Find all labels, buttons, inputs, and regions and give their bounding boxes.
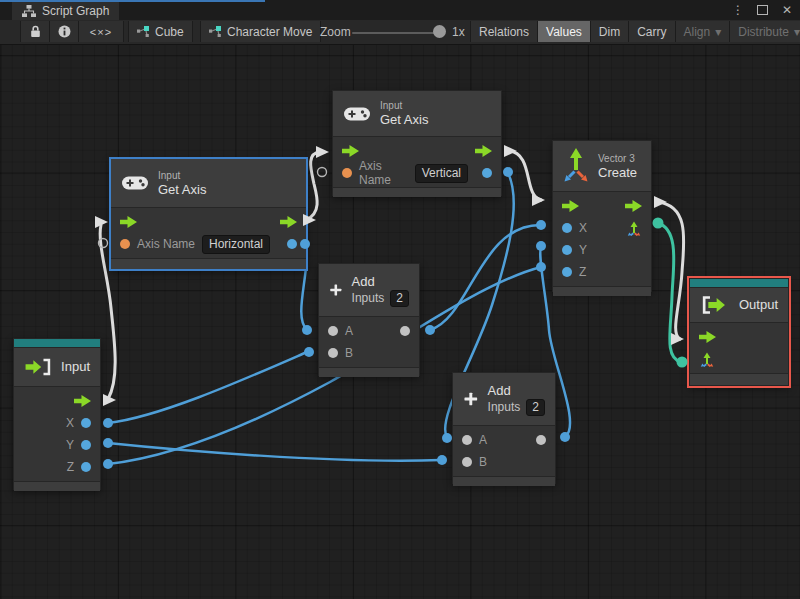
node-footer — [333, 187, 501, 197]
node-title: Add — [488, 383, 545, 399]
control-ports-row — [111, 211, 306, 233]
port-row-x: X — [14, 412, 100, 434]
input-port-a[interactable] — [328, 326, 338, 336]
result-output-port[interactable] — [482, 168, 492, 178]
node-caption-bar — [14, 339, 100, 347]
port-row-a: A — [453, 429, 555, 451]
control-in-port[interactable] — [342, 145, 359, 157]
string-input-port[interactable] — [120, 239, 130, 249]
node-title: Add — [352, 274, 409, 290]
breadcrumb-cube-label: Cube — [155, 25, 184, 39]
graph-input-icon — [24, 356, 52, 378]
output-port-z[interactable] — [81, 462, 91, 472]
input-port-y[interactable] — [562, 245, 572, 255]
control-out-port[interactable] — [280, 216, 297, 228]
node-add-1[interactable]: Add Inputs 2 A B — [318, 263, 420, 376]
node-graph-input[interactable]: Input X Y Z — [13, 338, 101, 490]
script-graph-icon — [22, 5, 36, 17]
input-port-b[interactable] — [462, 457, 472, 467]
axis-name-value-field[interactable]: Vertical — [415, 164, 468, 183]
node-footer — [319, 367, 419, 377]
info-button[interactable] — [50, 21, 79, 42]
input-port-x[interactable] — [562, 223, 572, 233]
control-out-port[interactable] — [74, 395, 91, 407]
axis-name-value-field[interactable]: Horizontal — [202, 235, 270, 254]
input-port-z[interactable] — [562, 267, 572, 277]
control-ports-row — [690, 326, 788, 348]
vector3-result-port-icon[interactable] — [626, 220, 642, 236]
port-label: Axis Name — [359, 159, 408, 187]
dim-toggle[interactable]: Dim — [591, 21, 629, 42]
inputs-label: Inputs — [488, 400, 521, 414]
maximize-icon[interactable] — [752, 0, 772, 20]
zoom-slider-track[interactable] — [352, 32, 444, 34]
result-output-port[interactable] — [287, 239, 297, 249]
close-icon[interactable]: ✕ — [777, 0, 797, 20]
node-footer — [553, 286, 651, 296]
breadcrumb-character-move[interactable]: Character Move — [200, 21, 321, 42]
graph-output-icon — [700, 294, 730, 316]
control-out-port[interactable] — [475, 145, 492, 157]
gamepad-icon — [121, 174, 149, 192]
node-titles: Input Get Axis — [158, 169, 206, 198]
port-row-x: X — [553, 217, 651, 239]
node-get-axis-horizontal[interactable]: Input Get Axis Axis Name Horizontal — [110, 158, 307, 270]
sum-output-port[interactable] — [536, 435, 546, 445]
control-out-port[interactable] — [625, 200, 642, 212]
node-titles: Add Inputs 2 — [352, 274, 409, 307]
graph-node-icon — [137, 26, 150, 37]
tab-script-graph[interactable]: Script Graph — [12, 2, 119, 20]
carry-toggle[interactable]: Carry — [629, 21, 675, 42]
port-label: Y — [66, 438, 74, 452]
info-icon — [58, 25, 71, 38]
inputs-count-field[interactable]: 2 — [526, 399, 545, 416]
output-port-x[interactable] — [81, 418, 91, 428]
input-port-b[interactable] — [328, 348, 338, 358]
control-in-port[interactable] — [699, 331, 716, 343]
relations-toggle[interactable]: Relations — [470, 21, 538, 42]
vector3-input-port-icon[interactable] — [699, 351, 715, 367]
inputs-count-field[interactable]: 2 — [390, 290, 409, 307]
node-get-axis-vertical[interactable]: Input Get Axis Axis Name Vertical — [332, 90, 502, 196]
edit-graph-button[interactable]: <×> — [79, 21, 124, 42]
node-kicker: Input — [158, 169, 206, 182]
plus-icon — [329, 275, 343, 305]
node-vector3-create[interactable]: Vector 3 Create X — [552, 140, 652, 292]
values-toggle[interactable]: Values — [538, 21, 591, 42]
node-footer — [453, 476, 555, 486]
node-title: Get Axis — [380, 112, 428, 128]
node-graph-output[interactable]: Output — [689, 278, 789, 386]
control-in-port[interactable] — [120, 216, 137, 228]
code-brackets-icon: <×> — [90, 26, 112, 38]
lock-button[interactable] — [20, 21, 50, 42]
port-label: A — [479, 433, 487, 447]
node-add-2[interactable]: Add Inputs 2 A B — [452, 372, 556, 484]
zoom-slider-handle[interactable] — [433, 25, 446, 38]
zoom-label: Zoom — [320, 25, 351, 39]
port-label: Z — [67, 460, 74, 474]
port-label: Z — [579, 265, 586, 279]
control-in-port[interactable] — [562, 200, 579, 212]
breadcrumb-cube[interactable]: Cube — [128, 21, 193, 42]
chevron-down-icon: ▾ — [715, 25, 721, 39]
more-menu-icon[interactable]: ⋮ — [728, 0, 748, 20]
distribute-dropdown[interactable]: Distribute▾ — [730, 21, 800, 42]
plus-icon — [463, 384, 479, 414]
node-title: Output — [739, 297, 778, 313]
align-dropdown[interactable]: Align▾ — [676, 21, 731, 42]
unity-window: Script Graph ⋮ ✕ <×> — [0, 0, 800, 599]
node-titles: Vector 3 Create — [598, 152, 637, 181]
sum-output-port[interactable] — [400, 326, 410, 336]
port-label: Y — [579, 243, 587, 257]
string-input-port[interactable] — [342, 168, 352, 178]
port-label: Axis Name — [137, 237, 195, 251]
port-label: B — [345, 346, 353, 360]
control-ports-row — [14, 390, 100, 412]
node-kicker: Vector 3 — [598, 152, 637, 165]
graph-node-icon — [209, 26, 222, 37]
inputs-label: Inputs — [352, 291, 385, 305]
node-footer — [111, 258, 306, 269]
node-title: Get Axis — [158, 182, 206, 198]
output-port-y[interactable] — [81, 440, 91, 450]
input-port-a[interactable] — [462, 435, 472, 445]
